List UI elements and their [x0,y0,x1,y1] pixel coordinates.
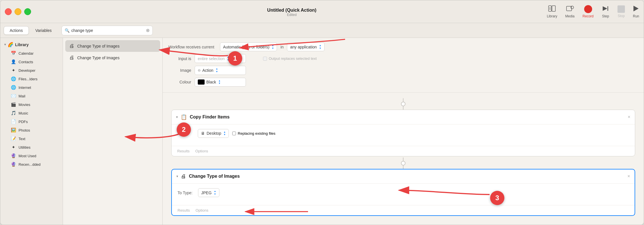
sidebar-item-text[interactable]: 📝 Text [1,134,62,143]
sidebar-item-pdfs[interactable]: 📄 PDFs [1,117,62,126]
sidebar-item-files[interactable]: 🌐 Files...lders [1,75,62,83]
sidebar-item-music[interactable]: 🎵 Music [1,109,62,117]
close-button[interactable] [5,8,12,15]
search-input[interactable] [71,28,144,33]
replacing-label: Replacing existing files [238,131,275,136]
annotation-3-number: 3 [495,194,499,202]
card-close-button-1[interactable]: × [627,174,630,179]
photos-icon: 🖼️ [11,128,16,133]
run-button[interactable]: Run [633,5,639,18]
card-change-type-images-body: To Type: JPEG ▲ ▼ [172,184,635,205]
sidebar-group-library-header[interactable]: ▾ 🌈 Library [0,40,63,49]
maximize-button[interactable] [24,8,31,15]
search-box: 🔍 ⊗ [62,26,153,35]
sidebar-item-photos[interactable]: 🖼️ Photos [1,126,62,134]
colour-swatch [198,79,205,85]
card-options-link-0[interactable]: Options [195,149,208,153]
card-copy-finder-items: ▾ 📋 Copy Finder Items × To: 🖥 Desktop ▲ [171,110,635,156]
stop-button[interactable]: Stop [617,5,625,18]
action-item-icon-1: 🖨 [69,55,74,61]
card-chevron-icon-2[interactable]: ▾ [176,174,178,178]
colour-stepper[interactable]: ▲ ▼ [218,79,221,85]
workflow-area: Workflow receives current Automatic (fil… [163,38,644,225]
to-type-value-label: JPEG [201,191,212,195]
svg-marker-7 [633,6,639,11]
sidebar-item-most-used[interactable]: 🔮 Most Used [1,152,62,160]
automatic-select[interactable]: Automatic (files or folders) ▲ ▼ [220,42,277,51]
sidebar-item-label: Movies [19,103,30,107]
to-type-stepper-up-icon: ▲ [214,190,216,193]
sidebar-item-mail[interactable]: ✉️ Mail [1,92,62,100]
card-options-link-1[interactable]: Options [195,208,208,212]
to-type-stepper[interactable]: ▲ ▼ [214,190,216,195]
window-subtitle: Edited [287,13,297,17]
library-button[interactable]: Library [547,5,557,18]
titlebar: Untitled (Quick Action) Edited Library [0,0,644,23]
sidebar-item-calendar[interactable]: 📅 Calendar [1,49,62,58]
to-stepper-down-icon: ▼ [223,133,226,136]
action-item-1[interactable]: 🖨 Change Type of Images [65,52,160,64]
app-stepper[interactable]: ▲ ▼ [319,44,321,50]
output-replaces-label: Output replaces selected text [269,56,317,61]
svg-rect-1 [552,6,555,11]
clear-search-button[interactable]: ⊗ [146,28,150,33]
tabbar: Actions Variables 🔍 ⊗ [0,23,644,38]
change-type-icon: 🖨 [181,173,186,179]
output-replaces-row: Output replaces selected text [263,56,317,61]
action-item-0[interactable]: 🖨 Change Type of Images [65,40,160,52]
card-copy-finder-footer: Results Options [172,146,635,156]
sidebar-item-developer[interactable]: ✦ Developer [1,66,62,75]
to-stepper[interactable]: ▲ ▼ [223,131,226,136]
tab-actions[interactable]: Actions [4,26,29,35]
media-button[interactable]: Media [565,5,575,18]
tab-variables[interactable]: Variables [29,26,58,35]
card-chevron-icon[interactable]: ▾ [176,115,178,119]
app-select[interactable]: any application ▲ ▼ [287,42,324,51]
input-is-placeholder: entire selection [198,56,225,61]
card-results-link-0[interactable]: Results [177,149,189,153]
sidebar-item-label: Most Used [19,154,36,158]
sidebar-item-movies[interactable]: 🎬 Movies [1,100,62,109]
sidebar-item-label: Developer [19,68,35,73]
card-close-button-0[interactable]: × [628,114,630,120]
to-type-select[interactable]: JPEG ▲ ▼ [198,188,219,197]
card-change-type-images: ▾ 🖨 Change Type of Images × To Type: JPE… [171,169,635,216]
colour-label: Colour [168,80,191,84]
card-change-type-images-header: ▾ 🖨 Change Type of Images × [172,169,635,184]
step-button[interactable]: Step [602,5,610,18]
main-area: ▾ 🌈 Library 📅 Calendar 👤 Contacts ✦ Deve… [0,38,644,225]
card-change-type-footer: Results Options [172,205,635,215]
sidebar-item-label: Music [19,111,28,115]
replacing-checkbox[interactable] [232,132,236,135]
colour-select[interactable]: Black ▲ ▼ [195,78,246,87]
card-results-link-1[interactable]: Results [178,208,190,212]
annotation-1: 1 [228,51,242,66]
to-value-label: Desktop [207,131,221,136]
sidebar-item-utilities[interactable]: ✦ Utilities [1,143,62,152]
sidebar-item-contacts[interactable]: 👤 Contacts [1,58,62,66]
card-connector-middle [171,158,635,169]
sidebar-item-label: Internet [19,85,31,90]
app-stepper-down-icon: ▼ [319,47,321,50]
automatic-stepper[interactable]: ▲ ▼ [272,44,274,50]
annotation-3: 3 [490,191,504,205]
image-stepper[interactable]: ▲ ▼ [216,68,218,73]
contacts-icon: 👤 [11,59,16,64]
traffic-lights [5,8,31,15]
image-select[interactable]: ⊖ Action ▲ ▼ [195,66,246,75]
minimize-button[interactable] [15,8,21,15]
developer-icon: ✦ [11,68,16,73]
card-connector-top [171,98,635,110]
sidebar-item-internet[interactable]: 🌐 Internet [1,83,62,92]
to-select[interactable]: 🖥 Desktop ▲ ▼ [198,129,229,138]
library-label: Library [547,14,557,18]
card-copy-finder-items-header: ▾ 📋 Copy Finder Items × [172,110,635,124]
output-replaces-checkbox[interactable] [263,57,267,61]
sidebar: ▾ 🌈 Library 📅 Calendar 👤 Contacts ✦ Deve… [0,38,63,225]
music-icon: 🎵 [11,111,16,116]
sidebar-item-label: Photos [19,128,30,132]
record-button[interactable]: Record [582,5,594,18]
to-type-row: To Type: JPEG ▲ ▼ [178,188,629,197]
card-copy-finder-items-body: To: 🖥 Desktop ▲ ▼ Replacing existing fil… [172,124,635,146]
sidebar-item-recently-added[interactable]: 🔮 Recen...dded [1,160,62,169]
